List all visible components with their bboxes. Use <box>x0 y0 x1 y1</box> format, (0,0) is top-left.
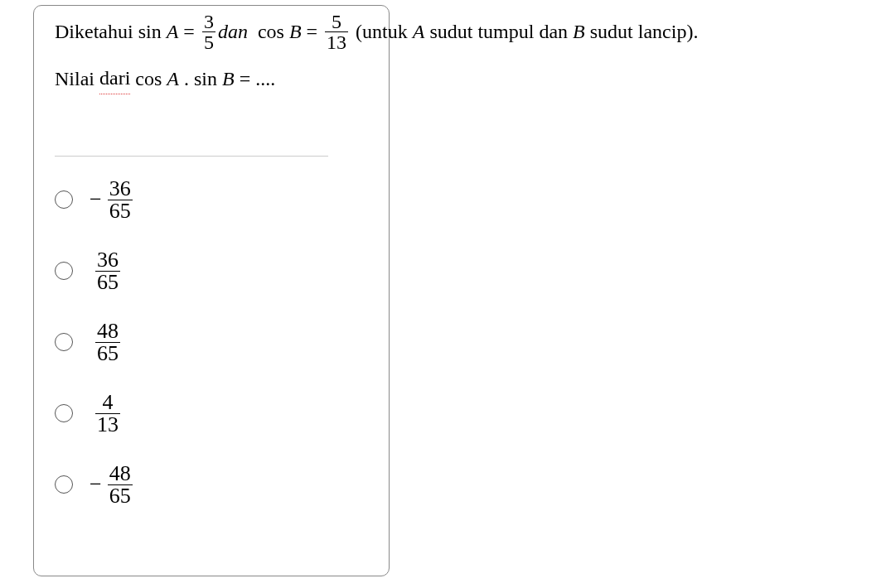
text-dari: dari <box>99 62 130 94</box>
frac2-num: 5 <box>330 12 343 31</box>
option-4-den: 13 <box>95 413 120 436</box>
option-2-den: 65 <box>95 271 120 293</box>
option-5-num: 48 <box>108 463 133 484</box>
text-cos2: cos <box>130 63 162 94</box>
text-sin2: sin <box>194 63 217 94</box>
option-4-num: 4 <box>101 392 115 413</box>
option-3-den: 65 <box>95 342 120 364</box>
option-3-num: 48 <box>95 321 120 342</box>
option-5-den: 65 <box>108 484 133 507</box>
option-1[interactable]: − 36 65 <box>55 176 328 223</box>
question-line-2: Nilai dari cos A . sin B = .... <box>55 62 698 94</box>
text-diketahui: Diketahui <box>55 16 138 47</box>
radio-icon[interactable] <box>55 404 73 422</box>
radio-icon[interactable] <box>55 475 73 494</box>
options-divider <box>55 156 328 157</box>
frac2-den: 13 <box>325 31 348 52</box>
options-block: − 36 65 36 65 48 65 <box>55 156 328 533</box>
option-2-content: 36 65 <box>90 249 123 293</box>
paren-var-A: A <box>413 16 425 47</box>
text-eq2: = <box>302 16 323 47</box>
option-3-fraction: 48 65 <box>95 321 120 364</box>
option-5-fraction: 48 65 <box>108 463 133 507</box>
text-eq1: = <box>178 16 200 47</box>
radio-icon[interactable] <box>55 333 73 351</box>
frac1-num: 3 <box>202 12 215 31</box>
radio-icon[interactable] <box>55 190 73 209</box>
frac1-den: 5 <box>202 31 215 52</box>
text-paren-open: (untuk <box>351 16 413 47</box>
paren-var-B: B <box>573 16 585 47</box>
text-dan: dan <box>218 16 253 47</box>
text-acute: sudut lancip). <box>585 16 699 47</box>
var-B: B <box>289 16 302 47</box>
option-5[interactable]: − 48 65 <box>55 461 328 508</box>
var-A: A <box>167 16 179 47</box>
text-tail: = .... <box>235 63 276 94</box>
option-2-num: 36 <box>95 249 120 271</box>
var-A-2: A <box>167 63 179 94</box>
var-B-2: B <box>222 63 235 94</box>
text-nilai: Nilai <box>55 63 99 94</box>
question-line-1: Diketahui sin A = 3 5 dan cos B = 5 13 (… <box>55 12 698 52</box>
text-dot: . <box>179 63 194 94</box>
option-4[interactable]: 4 13 <box>55 390 328 436</box>
option-2-fraction: 36 65 <box>95 249 120 293</box>
text-sin: sin <box>138 16 162 47</box>
fraction-3-5: 3 5 <box>202 12 215 52</box>
option-5-content: − 48 65 <box>90 463 135 507</box>
question-text: Diketahui sin A = 3 5 dan cos B = 5 13 (… <box>55 12 698 94</box>
text-obtuse: sudut tumpul dan <box>424 16 573 47</box>
option-2[interactable]: 36 65 <box>55 248 328 294</box>
fraction-5-13: 5 13 <box>325 12 348 52</box>
option-3[interactable]: 48 65 <box>55 319 328 365</box>
option-1-fraction: 36 65 <box>108 178 133 222</box>
option-4-fraction: 4 13 <box>95 392 120 436</box>
option-5-sign: − <box>90 472 102 497</box>
option-3-content: 48 65 <box>90 321 123 364</box>
radio-icon[interactable] <box>55 262 73 280</box>
text-cos: cos <box>253 16 284 47</box>
option-1-content: − 36 65 <box>90 178 135 222</box>
option-1-sign: − <box>90 187 102 212</box>
option-1-num: 36 <box>108 178 133 200</box>
option-1-den: 65 <box>108 200 133 222</box>
option-4-content: 4 13 <box>90 392 123 436</box>
